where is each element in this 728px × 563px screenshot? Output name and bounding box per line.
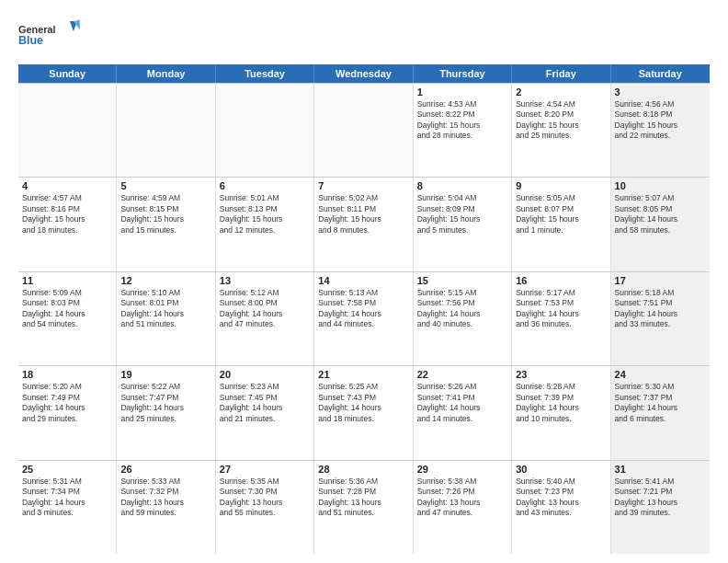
calendar-row-4: 18Sunrise: 5:20 AM Sunset: 7:49 PM Dayli…: [18, 365, 710, 459]
calendar-cell: 8Sunrise: 5:04 AM Sunset: 8:09 PM Daylig…: [414, 178, 512, 270]
header-cell-wednesday: Wednesday: [314, 64, 413, 83]
header: General Blue: [18, 17, 710, 55]
day-number: 30: [516, 464, 606, 475]
day-number: 15: [417, 275, 507, 286]
day-number: 9: [516, 180, 606, 191]
day-info: Sunrise: 4:59 AM Sunset: 8:15 PM Dayligh…: [120, 193, 210, 236]
day-info: Sunrise: 5:04 AM Sunset: 8:09 PM Dayligh…: [417, 193, 507, 236]
calendar-cell: 25Sunrise: 5:31 AM Sunset: 7:34 PM Dayli…: [18, 461, 117, 554]
day-number: 12: [120, 275, 210, 286]
calendar-cell: 5Sunrise: 4:59 AM Sunset: 8:15 PM Daylig…: [117, 178, 215, 270]
calendar-cell: 2Sunrise: 4:54 AM Sunset: 8:20 PM Daylig…: [512, 84, 610, 177]
logo: General Blue: [18, 17, 83, 55]
calendar-cell: 29Sunrise: 5:38 AM Sunset: 7:26 PM Dayli…: [414, 461, 512, 554]
day-info: Sunrise: 5:26 AM Sunset: 7:41 PM Dayligh…: [417, 382, 507, 424]
day-number: 18: [22, 369, 112, 380]
day-info: Sunrise: 5:07 AM Sunset: 8:05 PM Dayligh…: [615, 193, 706, 236]
day-number: 26: [120, 464, 210, 475]
day-info: Sunrise: 5:41 AM Sunset: 7:21 PM Dayligh…: [615, 477, 706, 519]
day-info: Sunrise: 5:10 AM Sunset: 8:01 PM Dayligh…: [120, 288, 210, 330]
calendar-cell: 10Sunrise: 5:07 AM Sunset: 8:05 PM Dayli…: [611, 178, 710, 270]
day-number: 11: [22, 275, 112, 286]
calendar-cell: 24Sunrise: 5:30 AM Sunset: 7:37 PM Dayli…: [611, 366, 710, 459]
day-info: Sunrise: 5:01 AM Sunset: 8:13 PM Dayligh…: [220, 193, 310, 236]
header-cell-friday: Friday: [512, 64, 610, 83]
day-info: Sunrise: 5:09 AM Sunset: 8:03 PM Dayligh…: [22, 288, 112, 330]
day-number: 23: [516, 369, 606, 380]
day-info: Sunrise: 5:20 AM Sunset: 7:49 PM Dayligh…: [22, 382, 112, 424]
day-info: Sunrise: 5:22 AM Sunset: 7:47 PM Dayligh…: [120, 382, 210, 424]
svg-text:Blue: Blue: [18, 34, 43, 47]
calendar-cell: 11Sunrise: 5:09 AM Sunset: 8:03 PM Dayli…: [18, 272, 117, 365]
day-info: Sunrise: 5:36 AM Sunset: 7:28 PM Dayligh…: [318, 477, 408, 519]
svg-text:General: General: [18, 24, 56, 35]
header-cell-sunday: Sunday: [18, 64, 117, 83]
day-info: Sunrise: 5:30 AM Sunset: 7:37 PM Dayligh…: [615, 382, 706, 424]
day-number: 28: [318, 464, 408, 475]
calendar-cell: 26Sunrise: 5:33 AM Sunset: 7:32 PM Dayli…: [117, 461, 215, 554]
day-number: 14: [318, 275, 408, 286]
day-info: Sunrise: 5:12 AM Sunset: 8:00 PM Dayligh…: [220, 288, 310, 330]
logo-svg: General Blue: [18, 17, 83, 55]
calendar-row-5: 25Sunrise: 5:31 AM Sunset: 7:34 PM Dayli…: [18, 460, 710, 554]
day-number: 5: [120, 180, 210, 191]
day-info: Sunrise: 5:17 AM Sunset: 7:53 PM Dayligh…: [516, 288, 606, 330]
day-info: Sunrise: 5:31 AM Sunset: 7:34 PM Dayligh…: [22, 477, 112, 519]
day-number: 8: [417, 180, 507, 191]
day-number: 1: [417, 86, 507, 98]
calendar-cell: 23Sunrise: 5:28 AM Sunset: 7:39 PM Dayli…: [512, 366, 610, 459]
calendar-row-3: 11Sunrise: 5:09 AM Sunset: 8:03 PM Dayli…: [18, 271, 710, 365]
day-number: 21: [318, 369, 408, 380]
calendar-cell: 16Sunrise: 5:17 AM Sunset: 7:53 PM Dayli…: [512, 272, 610, 365]
calendar-row-2: 4Sunrise: 4:57 AM Sunset: 8:16 PM Daylig…: [18, 177, 710, 270]
day-info: Sunrise: 5:40 AM Sunset: 7:23 PM Dayligh…: [516, 477, 606, 519]
calendar-cell: 22Sunrise: 5:26 AM Sunset: 7:41 PM Dayli…: [414, 366, 512, 459]
day-number: 20: [220, 369, 310, 380]
calendar: SundayMondayTuesdayWednesdayThursdayFrid…: [18, 64, 710, 554]
day-number: 29: [417, 464, 507, 475]
day-number: 17: [615, 275, 706, 286]
day-info: Sunrise: 5:38 AM Sunset: 7:26 PM Dayligh…: [417, 477, 507, 519]
calendar-row-1: 1Sunrise: 4:53 AM Sunset: 8:22 PM Daylig…: [18, 83, 710, 177]
calendar-cell: 4Sunrise: 4:57 AM Sunset: 8:16 PM Daylig…: [18, 178, 117, 270]
day-number: 4: [22, 180, 112, 191]
day-info: Sunrise: 4:54 AM Sunset: 8:20 PM Dayligh…: [516, 99, 606, 142]
calendar-cell: [117, 84, 215, 177]
calendar-cell: [216, 84, 314, 177]
day-number: 27: [220, 464, 310, 475]
calendar-cell: 6Sunrise: 5:01 AM Sunset: 8:13 PM Daylig…: [216, 178, 314, 270]
calendar-cell: 1Sunrise: 4:53 AM Sunset: 8:22 PM Daylig…: [414, 84, 512, 177]
day-info: Sunrise: 4:56 AM Sunset: 8:18 PM Dayligh…: [615, 99, 706, 142]
calendar-cell: 17Sunrise: 5:18 AM Sunset: 7:51 PM Dayli…: [611, 272, 710, 365]
day-info: Sunrise: 5:35 AM Sunset: 7:30 PM Dayligh…: [220, 477, 310, 519]
calendar-cell: [18, 84, 117, 177]
calendar-body: 1Sunrise: 4:53 AM Sunset: 8:22 PM Daylig…: [18, 83, 710, 554]
day-info: Sunrise: 5:28 AM Sunset: 7:39 PM Dayligh…: [516, 382, 606, 424]
calendar-cell: 14Sunrise: 5:13 AM Sunset: 7:58 PM Dayli…: [314, 272, 413, 365]
calendar-cell: 7Sunrise: 5:02 AM Sunset: 8:11 PM Daylig…: [314, 178, 413, 270]
day-info: Sunrise: 5:05 AM Sunset: 8:07 PM Dayligh…: [516, 193, 606, 236]
calendar-cell: 20Sunrise: 5:23 AM Sunset: 7:45 PM Dayli…: [216, 366, 314, 459]
day-number: 2: [516, 86, 606, 98]
day-number: 13: [220, 275, 310, 286]
calendar-cell: 18Sunrise: 5:20 AM Sunset: 7:49 PM Dayli…: [18, 366, 117, 459]
day-info: Sunrise: 5:13 AM Sunset: 7:58 PM Dayligh…: [318, 288, 408, 330]
header-cell-thursday: Thursday: [414, 64, 512, 83]
day-info: Sunrise: 5:15 AM Sunset: 7:56 PM Dayligh…: [417, 288, 507, 330]
calendar-cell: 15Sunrise: 5:15 AM Sunset: 7:56 PM Dayli…: [414, 272, 512, 365]
day-number: 24: [615, 369, 706, 380]
calendar-cell: 9Sunrise: 5:05 AM Sunset: 8:07 PM Daylig…: [512, 178, 610, 270]
day-info: Sunrise: 5:33 AM Sunset: 7:32 PM Dayligh…: [120, 477, 210, 519]
day-info: Sunrise: 4:57 AM Sunset: 8:16 PM Dayligh…: [22, 193, 112, 236]
day-number: 19: [120, 369, 210, 380]
day-number: 16: [516, 275, 606, 286]
day-info: Sunrise: 5:25 AM Sunset: 7:43 PM Dayligh…: [318, 382, 408, 424]
day-info: Sunrise: 4:53 AM Sunset: 8:22 PM Dayligh…: [417, 99, 507, 142]
header-cell-monday: Monday: [117, 64, 215, 83]
day-number: 25: [22, 464, 112, 475]
day-number: 10: [615, 180, 706, 191]
page: General Blue SundayMondayTuesdayWednesda…: [0, 0, 728, 563]
calendar-cell: 19Sunrise: 5:22 AM Sunset: 7:47 PM Dayli…: [117, 366, 215, 459]
header-cell-saturday: Saturday: [611, 64, 710, 83]
day-info: Sunrise: 5:18 AM Sunset: 7:51 PM Dayligh…: [615, 288, 706, 330]
